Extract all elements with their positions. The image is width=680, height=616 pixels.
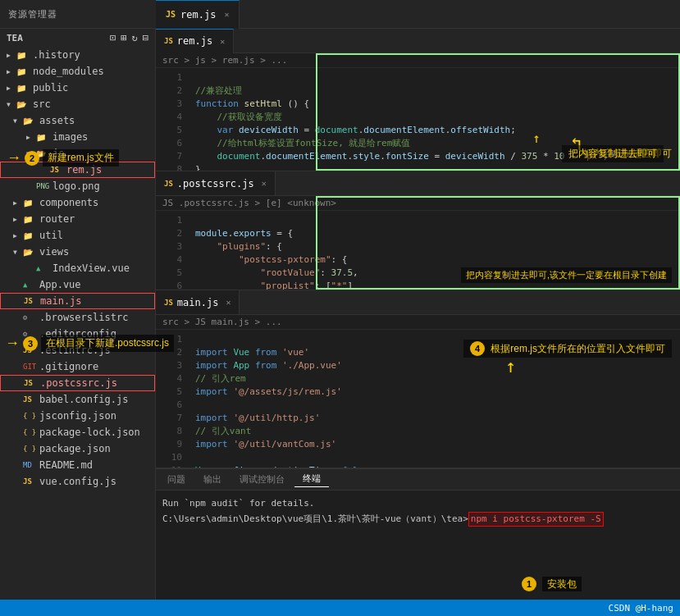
editor-tab-remjs[interactable]: JS rem.js ✕ [156, 29, 234, 53]
tree-item-editorconfig[interactable]: ⚙ .editorconfig [0, 326, 155, 342]
js-icon: JS [166, 10, 176, 19]
sidebar: TEA ⊡ ⊞ ↻ ⊟ ▶ 📁 .history ▶ 📁 node_module… [0, 29, 156, 600]
tree-item-js-folder[interactable]: ▼ 📂 js [0, 145, 155, 162]
js-file-icon: JS [50, 166, 63, 174]
sidebar-toolbar: ⊡ ⊞ ↻ ⊟ [110, 32, 148, 43]
js-file-icon: JS [24, 297, 37, 305]
sidebar-title: 资源管理器 [0, 8, 156, 21]
git-file-icon: GIT [23, 363, 36, 371]
editor-tab-bar-postcssrc: JS .postcssrc.js ✕ [156, 171, 680, 196]
terminal-content: Run `npm audit` for details. C:\Users\ad… [156, 491, 680, 600]
code-area-postcssrc: 1234567 module.exports = { "plugins": { … [156, 211, 680, 290]
js-file-icon: JS [23, 395, 36, 404]
editor-panels: JS rem.js ✕ src > js > rem.js > ... 1234… [156, 29, 680, 600]
editor-tab-bar-mainjs: JS main.js ✕ [156, 290, 680, 315]
tree-item-mainjs[interactable]: JS main.js [0, 293, 155, 309]
tree-item-util[interactable]: ▶ 📁 util [0, 227, 155, 244]
terminal-run-msg: Run `npm audit` for details. [162, 497, 673, 510]
tab-output[interactable]: 输出 [195, 472, 230, 487]
status-bar: CSDN @H-hang [0, 600, 680, 616]
top-tab-bar: JS rem.js ✕ [156, 0, 680, 29]
circle-1: 1 [522, 577, 536, 591]
tree-item-package[interactable]: { } package.json [0, 440, 155, 457]
arrow-icon: ▶ [13, 232, 23, 240]
tree-item-vueconfig[interactable]: JS vue.config.js [0, 473, 155, 490]
tree-item-logopng[interactable]: PNG logo.png [0, 178, 155, 194]
arrow-icon: ▶ [7, 84, 16, 92]
js-file-icon: JS [23, 477, 36, 486]
tree-item-readme[interactable]: MD README.md [0, 457, 155, 473]
tree-item-public[interactable]: ▶ 📁 public [0, 80, 155, 96]
collapse-icon[interactable]: ⊟ [143, 32, 148, 43]
tab-close-remjs[interactable]: ✕ [220, 37, 225, 46]
json-file-icon: { } [23, 428, 36, 436]
tree-item-src[interactable]: ▼ 📂 src [0, 96, 155, 112]
folder-icon: 📁 [16, 84, 30, 93]
md-file-icon: MD [23, 461, 36, 469]
new-folder-icon[interactable]: ⊞ [121, 32, 126, 43]
tree-item-router[interactable]: ▶ 📁 router [0, 211, 155, 227]
js-file-icon: JS [24, 379, 37, 387]
png-file-icon: PNG [36, 182, 49, 190]
editor-tab-postcssrc[interactable]: JS .postcssrc.js ✕ [156, 171, 276, 196]
arrow-icon: ▶ [13, 216, 23, 223]
tree-item-appvue[interactable]: ▲ App.vue [0, 276, 155, 293]
tree-item-remjs[interactable]: JS rem.js [0, 162, 155, 178]
new-file-icon[interactable]: ⊡ [110, 32, 116, 43]
arrow-icon: ▼ [26, 150, 36, 157]
code-content-postcssrc[interactable]: module.exports = { "plugins": { "postcss… [189, 211, 680, 290]
tab-terminal[interactable]: 终端 [294, 471, 329, 487]
arrow-icon: ▶ [13, 199, 23, 207]
code-area-remjs: 123456789101112 //兼容处理 function setHtml … [156, 68, 680, 171]
tab-close-mainjs[interactable]: ✕ [226, 298, 230, 307]
tree-item-images[interactable]: ▶ 📁 images [0, 129, 155, 145]
tree-item-eslint[interactable]: JS .eslintrc.js [0, 342, 155, 358]
code-content-remjs[interactable]: //兼容处理 function setHtml () { //获取设备宽度 va… [189, 68, 680, 171]
tree-item-jsconfig[interactable]: { } jsconfig.json [0, 408, 155, 424]
tree-item-history[interactable]: ▶ 📁 .history [0, 47, 155, 63]
folder-icon: 📁 [16, 67, 30, 76]
tree-item-postcssrc[interactable]: JS .postcssrc.js [0, 375, 155, 391]
tree-item-indexview[interactable]: ▲ IndexView.vue [0, 260, 155, 276]
annotation-install: 1 安装包 [522, 577, 582, 591]
line-numbers-postcssrc: 1234567 [156, 211, 189, 290]
editor-tab-bar-remjs: JS rem.js ✕ [156, 29, 680, 53]
tab-problems[interactable]: 问题 [159, 472, 194, 487]
code-content-mainjs[interactable]: import Vue from 'vue' import App from '.… [189, 330, 680, 468]
tree-item-packagelock[interactable]: { } package-lock.json [0, 424, 155, 440]
tree-item-assets[interactable]: ▼ 📂 assets [0, 112, 155, 129]
refresh-icon[interactable]: ↻ [132, 32, 138, 43]
breadcrumb-remjs: src > js > rem.js > ... [156, 53, 680, 68]
folder-open-icon: 📂 [23, 116, 36, 125]
editor-tab-mainjs[interactable]: JS main.js ✕ [156, 290, 240, 315]
line-numbers-mainjs: 123456789101112 [156, 330, 189, 468]
tree-item-gitignore[interactable]: GIT .gitignore [0, 358, 155, 375]
app-container: 资源管理器 JS rem.js ✕ TEA ⊡ ⊞ ↻ ⊟ [0, 0, 680, 616]
arrow-icon: ▼ [13, 249, 23, 256]
terminal-panel: 问题 输出 调试控制台 终端 Run `npm audit` for detai… [156, 468, 680, 600]
tree-item-views[interactable]: ▼ 📂 views [0, 244, 155, 260]
folder-open-icon: 📂 [16, 100, 30, 109]
terminal-command[interactable]: npm i postcss-pxtorem -S [468, 512, 604, 527]
folder-icon: 📁 [23, 215, 36, 224]
js-icon: JS [164, 299, 173, 307]
line-numbers-remjs: 123456789101112 [156, 68, 189, 171]
config-file-icon: ⚙ [23, 330, 36, 338]
folder-icon: 📁 [36, 133, 49, 142]
arrow-icon: ▼ [13, 117, 23, 125]
tab-close-remjs[interactable]: ✕ [224, 10, 229, 19]
folder-icon: 📁 [23, 198, 36, 208]
tab-remjs[interactable]: JS rem.js ✕ [156, 0, 240, 29]
tree-item-babel[interactable]: JS babel.config.js [0, 391, 155, 408]
js-icon: JS [164, 37, 173, 45]
tab-close-postcssrc[interactable]: ✕ [262, 179, 267, 188]
tree-item-components[interactable]: ▶ 📁 components [0, 194, 155, 211]
tree-item-browserslist[interactable]: ⚙ .browserslistrc [0, 309, 155, 326]
folder-open-icon: 📂 [23, 248, 36, 257]
vue-file-icon: ▲ [23, 281, 36, 289]
folder-icon: 📁 [23, 231, 36, 240]
top-bar: 资源管理器 JS rem.js ✕ [0, 0, 680, 29]
tree-item-node-modules[interactable]: ▶ 📁 node_modules [0, 63, 155, 80]
terminal-prompt-text: C:\Users\admin\Desktop\vue项目\1.茶叶\茶叶-vue… [162, 513, 468, 526]
tab-debug[interactable]: 调试控制台 [231, 472, 293, 487]
